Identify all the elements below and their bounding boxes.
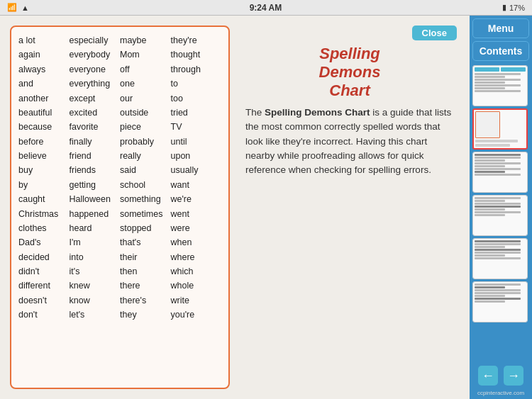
word-item: happened [70,208,121,221]
word-item: into [70,251,121,264]
word-item: too [171,92,222,106]
word-column-3: maybe Mom off one our outside piece prob… [120,34,171,381]
sidebar-brand: ccpinteractive.com [477,390,524,396]
word-item: clothes [18,222,70,235]
word-item: want [171,179,222,192]
word-item: tried [171,106,222,120]
info-panel: Close Spelling Demons Chart The Spelling… [240,26,460,389]
word-item: they [120,308,171,322]
word-item: there [120,279,171,293]
word-item: a lot [18,34,70,47]
chart-title-line1: Spelling [243,45,457,63]
word-item: to [171,77,222,91]
next-arrow[interactable]: → [504,366,523,386]
thumbnail-2-active[interactable] [472,108,528,150]
word-item: excited [70,106,121,120]
word-item: everything [70,77,121,91]
word-item: their [120,251,171,264]
thumbnail-4[interactable] [472,195,528,236]
word-item: doesn't [18,294,70,308]
word-item: know [70,294,121,308]
word-item: said [120,164,171,177]
chart-description: The Spelling Demons Chart is a guide tha… [243,106,457,177]
word-item: one [120,77,171,91]
thumbnail-6[interactable] [472,281,528,322]
word-item: probably [120,135,171,149]
word-item: before [18,135,70,149]
word-item: Mom [120,48,171,62]
word-list-box: a lot again always and another beautiful… [10,26,230,389]
word-item: decided [18,251,70,264]
word-item: TV [171,120,222,134]
word-item: stopped [120,222,171,235]
word-item: our [120,92,171,106]
word-item: upon [171,150,222,163]
thumbnail-1[interactable] [472,65,528,106]
content-area: a lot again always and another beautiful… [0,16,470,399]
status-time: 9:24 AM [250,3,282,13]
word-item: always [18,63,70,77]
word-item: through [171,63,222,77]
status-bar: 📶 ▲ 9:24 AM ▮ 17% [0,0,532,16]
word-item: until [171,135,222,149]
sidebar-thumbnails [472,65,529,361]
word-item: everyone [70,63,121,77]
word-item: piece [120,120,171,134]
prev-arrow[interactable]: ← [478,366,498,386]
word-item: whole [171,279,222,293]
word-item: off [120,63,171,77]
menu-button[interactable]: Menu [472,18,529,38]
word-item: thought [171,48,222,62]
word-item: it's [70,265,121,279]
word-item: finally [70,135,121,149]
word-item: everybody [70,48,121,62]
word-item: different [18,279,70,293]
right-sidebar: Menu Contents [470,16,532,399]
word-item: maybe [120,34,171,47]
word-item: again [18,48,70,62]
thumbnail-3[interactable] [472,152,528,193]
word-item: really [120,150,171,163]
chart-title-line3: Chart [243,82,457,100]
battery-icon: ▮ [502,3,506,12]
word-item: and [18,77,70,91]
word-item: outside [120,106,171,120]
word-item: there's [120,294,171,308]
status-left: 📶 ▲ [7,3,29,12]
word-item: something [120,193,171,206]
word-column-4: they're thought through to too tried TV … [171,34,222,381]
word-item: friend [70,150,121,163]
chart-title-line2: Demons [243,63,457,82]
contents-button[interactable]: Contents [472,41,529,61]
close-button[interactable]: Close [412,26,457,40]
word-item: then [120,265,171,279]
word-item: you're [171,308,222,322]
word-item: didn't [18,265,70,279]
word-item: usually [171,164,222,177]
word-item: especially [70,34,121,47]
word-item: write [171,294,222,308]
word-item: school [120,179,171,192]
word-item: let's [70,308,121,322]
word-item: another [18,92,70,106]
thumbnail-5[interactable] [472,238,528,279]
word-item: that's [120,236,171,249]
word-item: heard [70,222,121,235]
word-item: knew [70,279,121,293]
word-column-1: a lot again always and another beautiful… [18,34,70,381]
word-item: believe [18,150,70,163]
word-item: beautiful [18,106,70,120]
battery-percent: 17% [509,4,525,12]
word-column-2: especially everybody everyone everything… [70,34,121,381]
word-item: except [70,92,121,106]
word-item: when [171,236,222,249]
word-item: getting [70,179,121,192]
word-item: we're [171,193,222,206]
status-right: ▮ 17% [502,3,525,12]
word-item: Christmas [18,208,70,221]
word-item: friends [70,164,121,177]
word-item: I'm [70,236,121,249]
wifi-icon: 📶 [7,3,17,12]
word-item: buy [18,164,70,177]
word-item: sometimes [120,208,171,221]
